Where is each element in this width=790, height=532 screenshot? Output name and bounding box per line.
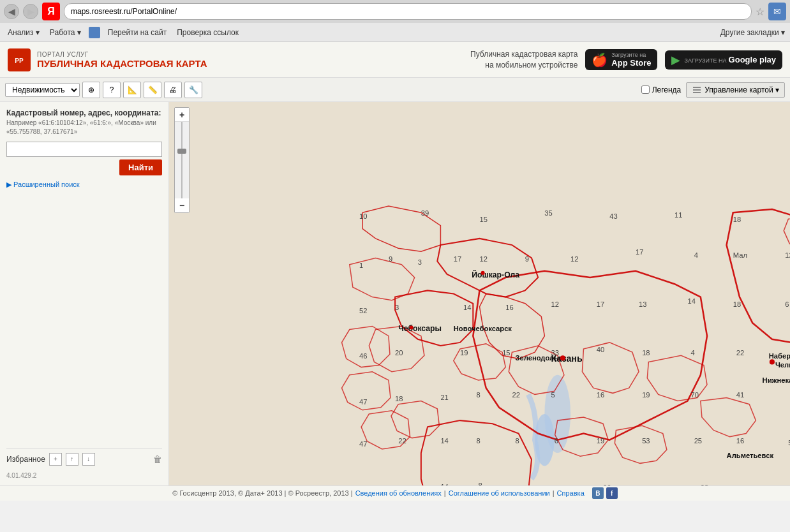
search-label: Кадастровый номер, адрес, координата: — [6, 108, 162, 117]
svg-text:6: 6 — [555, 437, 558, 445]
print-tool-btn[interactable]: 🖨 — [164, 82, 182, 98]
favorites-delete-icon[interactable]: 🗑 — [153, 454, 162, 464]
map-area[interactable]: 10 39 15 35 43 11 18 26 38 29 1 9 3 17 1… — [169, 102, 790, 485]
svg-text:6: 6 — [785, 300, 789, 308]
toolbar-check-links[interactable]: Проверка ссылок — [174, 27, 241, 38]
address-bar[interactable] — [64, 3, 752, 20]
measure-tool-btn[interactable]: 📐 — [123, 82, 141, 98]
svg-text:28: 28 — [701, 484, 708, 485]
svg-text:16: 16 — [736, 437, 744, 445]
svg-text:22: 22 — [736, 349, 744, 357]
svg-text:18: 18 — [733, 300, 741, 308]
zoom-slider[interactable] — [175, 122, 189, 198]
svg-text:22: 22 — [398, 437, 406, 445]
header-title-wrap: ПОРТАЛ УСЛУГ ПУБЛИЧНАЯ КАДАСТРОВАЯ КАРТА — [37, 51, 470, 69]
settings-tool-btn[interactable]: 🔧 — [184, 82, 202, 98]
search-button[interactable]: Найти — [119, 159, 162, 175]
search-input[interactable] — [6, 142, 162, 157]
svg-text:18: 18 — [395, 395, 403, 403]
manage-map-button[interactable]: Управление картой ▾ — [686, 82, 785, 98]
ruler-tool-btn[interactable]: 📏 — [144, 82, 161, 98]
svg-text:3: 3 — [395, 304, 399, 311]
forward-button[interactable]: ▶ — [23, 4, 38, 19]
svg-text:14: 14 — [687, 297, 695, 305]
bookmark-star-icon[interactable]: ☆ — [756, 6, 764, 18]
footer-updates-link[interactable]: Сведения об обновлениях — [355, 489, 442, 497]
svg-text:12: 12 — [785, 251, 790, 259]
svg-text:11: 11 — [674, 211, 682, 219]
zoom-handle[interactable] — [177, 149, 186, 154]
svg-text:47: 47 — [359, 440, 367, 448]
sidebar: Кадастровый номер, адрес, координата: На… — [0, 102, 169, 485]
favorites-export-btn[interactable]: ↑ — [66, 453, 78, 466]
svg-text:15: 15 — [502, 349, 510, 357]
svg-text:РР: РР — [15, 57, 24, 64]
svg-text:12: 12 — [570, 255, 578, 263]
toolbar-site-link[interactable]: Перейти на сайт — [105, 27, 169, 38]
object-type-select[interactable]: Недвижимость — [5, 83, 80, 97]
svg-text:19: 19 — [460, 349, 468, 357]
browser-nav: ◀ ▶ Я ☆ ✉ Анализ ▾ Работа ▾ Перейти на с… — [0, 0, 790, 42]
app-store-button[interactable]: 🍎 Загрузите на App Store — [585, 49, 657, 70]
portal-title: ПУБЛИЧНАЯ КАДАСТРОВАЯ КАРТА — [37, 58, 470, 69]
svg-text:22: 22 — [512, 391, 519, 399]
svg-text:19: 19 — [652, 484, 659, 485]
svg-text:8: 8 — [476, 437, 480, 445]
svg-text:Челны: Челны — [775, 361, 790, 369]
info-tool-btn[interactable]: ? — [103, 82, 121, 98]
svg-text:63: 63 — [561, 484, 569, 485]
mail-icon[interactable]: ✉ — [768, 3, 786, 20]
footer-sep1: | — [444, 489, 446, 497]
svg-text:Нижнекамск: Нижнекамск — [763, 376, 790, 384]
facebook-icon[interactable]: f — [606, 487, 618, 499]
back-button[interactable]: ◀ — [4, 4, 19, 19]
svg-rect-4 — [693, 92, 701, 93]
footer-help-link[interactable]: Справка — [557, 489, 585, 497]
svg-text:12: 12 — [480, 255, 488, 263]
svg-text:14: 14 — [463, 304, 471, 311]
toolbar-right: Легенда Управление картой ▾ — [641, 82, 785, 98]
svg-point-132 — [560, 355, 565, 360]
advanced-search-link[interactable]: ▶ Расширенный поиск — [6, 181, 162, 189]
svg-text:16: 16 — [505, 304, 513, 311]
svg-text:17: 17 — [597, 300, 604, 308]
portal-label: ПОРТАЛ УСЛУГ — [37, 51, 470, 58]
zoom-in-button[interactable]: + — [175, 108, 189, 122]
search-tool-btn[interactable]: ⊕ — [82, 82, 100, 98]
toolbar-rabota[interactable]: Работа ▾ — [47, 27, 84, 38]
favorites-add-btn[interactable]: + — [49, 453, 62, 466]
footer-agreement-link[interactable]: Соглашение об использовании — [449, 489, 550, 497]
svg-text:4: 4 — [691, 349, 695, 357]
footer-copyright: © Госисцентр 2013, © Дата+ 2013 | © Роср… — [172, 489, 352, 497]
layers-icon — [692, 85, 702, 95]
svg-text:14: 14 — [440, 437, 448, 445]
svg-rect-2 — [693, 87, 701, 88]
google-play-button[interactable]: ▶ ЗАГРУЗИТЕ НА Google play — [665, 50, 782, 70]
header-right: Публичная кадастровая карта на мобильном… — [470, 49, 782, 71]
svg-text:17: 17 — [454, 255, 461, 263]
svg-text:14: 14 — [440, 483, 448, 485]
footer-social: В f — [592, 487, 618, 499]
yandex-logo: Я — [42, 3, 60, 20]
svg-text:53: 53 — [642, 437, 650, 445]
legend-checkbox[interactable] — [641, 85, 650, 94]
svg-point-133 — [409, 325, 413, 329]
sidebar-bottom: Избранное + ↑ ↓ 🗑 4.01.429.2 — [6, 448, 162, 479]
other-bookmarks[interactable]: Другие закладки ▾ — [720, 28, 785, 37]
browser-toolbar: Анализ ▾ Работа ▾ Перейти на сайт Провер… — [0, 23, 790, 42]
svg-point-131 — [481, 271, 485, 275]
favorites-bar: Избранное + ↑ ↓ 🗑 — [6, 448, 162, 469]
vk-icon[interactable]: В — [592, 487, 604, 499]
favorites-import-btn[interactable]: ↓ — [82, 453, 95, 466]
svg-text:8: 8 — [476, 391, 480, 399]
map-toolbar: Недвижимость ⊕ ? 📐 📏 🖨 🔧 Легенда Управле… — [0, 78, 790, 102]
svg-text:12: 12 — [551, 300, 559, 308]
toolbar-analis[interactable]: Анализ ▾ — [5, 27, 42, 38]
svg-text:3: 3 — [418, 258, 422, 266]
rosreestr-logo: РР — [8, 48, 31, 71]
svg-text:10: 10 — [359, 212, 367, 220]
svg-text:Чебоксары: Чебоксары — [398, 324, 442, 333]
svg-point-134 — [770, 359, 775, 364]
legend-checkbox-label[interactable]: Легенда — [641, 85, 682, 94]
zoom-out-button[interactable]: − — [175, 198, 189, 212]
